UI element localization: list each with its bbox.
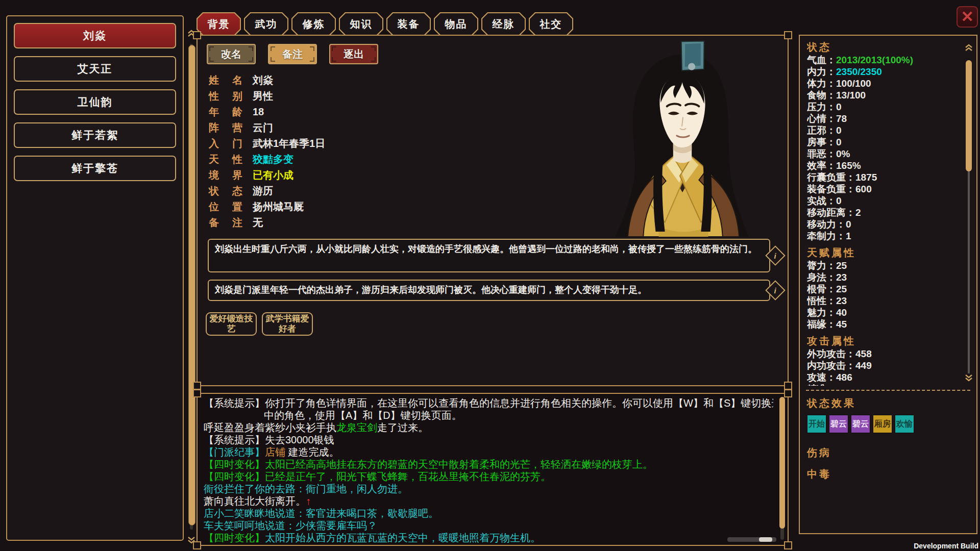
stat-row: 体力：100/100 <box>807 78 958 89</box>
log-segment: 店铺 <box>265 446 285 458</box>
status-effect-badge[interactable]: 开始 <box>807 415 826 433</box>
log-segment: 龙泉宝剑 <box>336 422 377 433</box>
stats-scroll-down-icon[interactable] <box>965 373 973 382</box>
field-label: 状态 <box>209 184 242 198</box>
stat-value: 0 <box>846 219 851 230</box>
status-effect-badge[interactable]: 欢愉 <box>895 415 914 433</box>
info-icon: i <box>774 251 776 260</box>
stat-row: 移动力：0 <box>807 218 958 230</box>
stat-value: 0 <box>836 195 842 206</box>
field-value: 刘焱 <box>253 73 273 87</box>
expel-button[interactable]: 逐出 <box>329 44 378 64</box>
stat-label: 魅力： <box>807 307 836 318</box>
field-row: 备注无 <box>209 215 325 231</box>
log-segment: 【系统提示】失去30000银钱 <box>204 434 334 445</box>
note-button[interactable]: 备注 <box>268 44 317 64</box>
party-member-button[interactable]: 艾天正 <box>14 56 176 82</box>
field-row: 状态游历 <box>209 183 325 199</box>
tab-背景[interactable]: 背景 <box>197 12 241 36</box>
stat-value: 25 <box>836 284 847 294</box>
party-member-button[interactable]: 卫仙韵 <box>14 89 176 115</box>
stat-value: 25 <box>836 260 847 271</box>
tab-修炼[interactable]: 修炼 <box>291 12 336 36</box>
tab-经脉[interactable]: 经脉 <box>481 12 526 36</box>
hair-ornament <box>678 40 707 73</box>
stat-label: 外功攻击： <box>807 348 855 359</box>
panel-corner-ornament <box>193 389 201 397</box>
party-member-button[interactable]: 鲜于若絮 <box>14 122 176 148</box>
field-row: 天性狡黠多变 <box>209 152 325 167</box>
trait-tag[interactable]: 爱好锻造技艺 <box>206 312 257 336</box>
log-line: 萧向真往北大街离开。↑ <box>204 495 773 507</box>
status-effect-badge[interactable]: 厢房 <box>873 415 892 433</box>
tab-知识[interactable]: 知识 <box>339 12 383 36</box>
stat-value: 0 <box>836 102 842 112</box>
tab-社交[interactable]: 社交 <box>529 12 573 36</box>
field-row: 阵营云门 <box>209 120 325 136</box>
party-member-button[interactable]: 刘焱 <box>14 23 176 48</box>
stat-value: 486 <box>836 372 852 383</box>
stat-label: 食物： <box>807 90 836 101</box>
panel-corner-ornament <box>193 541 201 549</box>
stats-panel: 状态气血：2013/2013(100%)内力：2350/2350体力：100/1… <box>799 35 977 534</box>
close-button[interactable]: ✕ <box>957 6 978 28</box>
stat-label: 行囊负重： <box>807 172 855 183</box>
stat-row: 心情：78 <box>807 113 958 124</box>
log-line: 衙役拦住了你的去路：衙门重地，闲人勿进。 <box>204 483 773 495</box>
log-scroll-thumb[interactable] <box>779 397 785 529</box>
stat-value: 0 <box>836 125 842 136</box>
field-row: 境界已有小成 <box>209 167 325 183</box>
field-label: 年龄 <box>209 105 242 119</box>
log-line: 【系统提示】你打开了角色详情界面，在这里你可以查看角色的信息并进行角色相关的操作… <box>204 397 773 409</box>
party-member-button[interactable]: 鲜于擎苍 <box>14 156 176 181</box>
stat-row: 装备负重：600 <box>807 183 958 195</box>
stats-scroll-thumb[interactable] <box>966 60 972 171</box>
dev-build-watermark: Development Build <box>914 542 978 550</box>
field-row: 入门武林1年春季1日 <box>209 136 325 152</box>
stat-value: 0% <box>836 148 850 159</box>
field-row: 姓名刘焱 <box>209 72 325 88</box>
injury-section-title: 伤病 <box>807 445 969 460</box>
field-value: 18 <box>253 106 264 118</box>
rename-button[interactable]: 改名 <box>207 44 256 64</box>
tab-装备[interactable]: 装备 <box>386 12 431 36</box>
party-panel: 刘焱艾天正卫仙韵鲜于若絮鲜于擎苍 <box>6 15 184 541</box>
character-info-panel: 改名备注逐出 姓名刘焱性别男性年龄18阵营云门入门武林1年春季1日天性狡黠多变境… <box>197 35 789 386</box>
stat-value: 1 <box>846 231 851 241</box>
field-label: 阵营 <box>209 121 242 135</box>
field-label: 位置 <box>209 200 242 214</box>
tab-武功[interactable]: 武功 <box>244 12 288 36</box>
tab-label: 物品 <box>434 12 478 36</box>
log-segment: 走了过来。 <box>377 422 428 433</box>
stat-row: 行囊负重：1875 <box>807 171 958 183</box>
tab-物品[interactable]: 物品 <box>434 12 478 36</box>
stat-label: 身法： <box>807 272 836 283</box>
stat-label: 精准： <box>807 384 836 386</box>
party-scroll-thumb[interactable] <box>188 45 195 525</box>
stat-value: 1875 <box>855 172 877 183</box>
stats-section-title: 状态 <box>807 40 958 54</box>
stat-label: 移动距离： <box>807 207 855 218</box>
status-effect-badges: 开始碧云碧云厢房欢愉 <box>807 415 969 433</box>
stat-row: 福缘：45 <box>807 318 958 330</box>
status-effect-badge[interactable]: 碧云 <box>851 415 870 433</box>
tab-label: 武功 <box>244 12 288 36</box>
stat-label: 内功攻击： <box>807 360 855 371</box>
status-effects-section: 状态效果 开始碧云碧云厢房欢愉 伤病 中毒 <box>807 396 969 481</box>
field-row: 年龄18 <box>209 104 325 120</box>
log-hscroll-thumb[interactable] <box>759 537 772 542</box>
stats-section-title: 天赋属性 <box>807 245 958 260</box>
status-effect-badge[interactable]: 碧云 <box>829 415 848 433</box>
field-label: 入门 <box>209 137 242 151</box>
log-segment: 【四时变化】 <box>204 532 265 543</box>
log-segment: 中的角色，使用【A】和【D】键切换页面。 <box>264 410 462 421</box>
field-value: 扬州城马厩 <box>253 200 304 214</box>
stat-value: 600 <box>855 184 872 194</box>
stat-label: 悟性： <box>807 295 836 306</box>
log-hscroll-track[interactable] <box>727 537 776 542</box>
stats-scroll-up-icon[interactable] <box>965 44 973 52</box>
panel-corner-ornament <box>193 31 201 39</box>
trait-tag[interactable]: 武学书籍爱好者 <box>262 312 313 336</box>
stat-value: 165% <box>836 160 861 171</box>
log-line: 店小二笑眯眯地说道：客官进来喝口茶，歇歇腿吧。 <box>204 507 773 519</box>
